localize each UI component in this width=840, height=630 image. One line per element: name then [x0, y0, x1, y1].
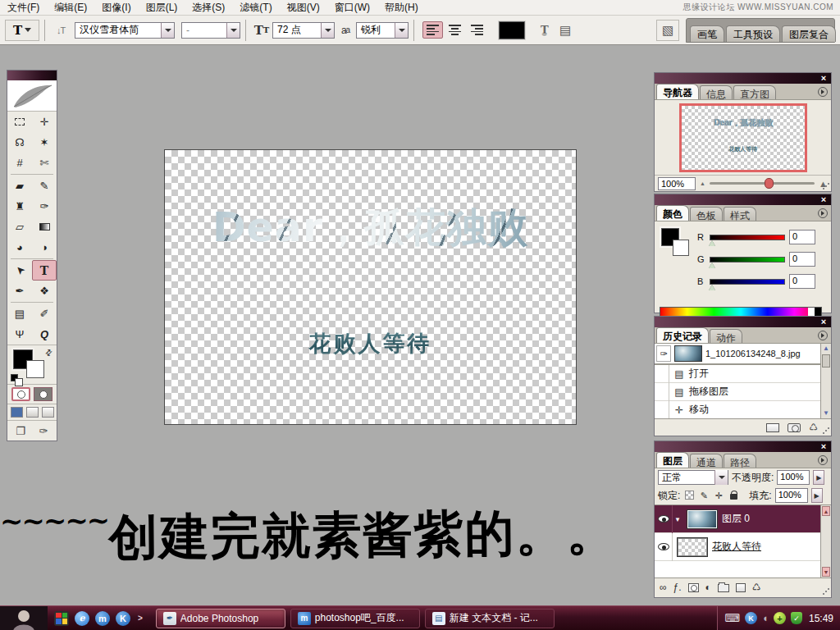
- visibility-cell[interactable]: [655, 505, 673, 533]
- crop-tool[interactable]: #: [7, 153, 32, 173]
- menu-layer[interactable]: 图层(L): [139, 0, 185, 16]
- internet-explorer-icon[interactable]: e: [75, 611, 89, 626]
- blend-mode-select[interactable]: 正常: [658, 470, 728, 485]
- anti-alias-select[interactable]: 锐利: [356, 22, 409, 39]
- color-titlebar[interactable]: ×: [655, 194, 831, 205]
- navigator-proxy-view[interactable]: Dear，孤花独败 花败人等待: [679, 103, 807, 172]
- standard-mode-button[interactable]: [11, 387, 30, 401]
- layer-style-icon[interactable]: ƒ.: [673, 582, 682, 593]
- font-style-dropdown-button[interactable]: [226, 23, 240, 38]
- brush-tool[interactable]: ✎: [32, 176, 57, 196]
- eraser-tool[interactable]: ▱: [7, 217, 32, 237]
- quick-launch-overflow-icon[interactable]: >: [136, 614, 144, 623]
- history-brush-source-icon[interactable]: ✑: [656, 345, 671, 362]
- tray-k-icon[interactable]: K: [745, 612, 757, 624]
- tab-actions[interactable]: 动作: [710, 329, 742, 343]
- blue-value-field[interactable]: 0: [789, 274, 815, 289]
- green-slider[interactable]: [710, 257, 785, 262]
- tab-histogram[interactable]: 直方图: [733, 85, 776, 99]
- magic-wand-tool[interactable]: ✶: [32, 132, 57, 153]
- resize-grip[interactable]: [822, 587, 830, 596]
- keyboard-layout-icon[interactable]: ⌨: [724, 613, 740, 623]
- standard-screen-mode-button[interactable]: [11, 407, 23, 418]
- panel-menu-icon[interactable]: [818, 208, 828, 218]
- layers-titlebar[interactable]: ×: [655, 441, 831, 452]
- history-step-drag-layer[interactable]: ▤ 拖移图层: [655, 383, 831, 401]
- trash-icon[interactable]: ♺: [809, 422, 818, 433]
- close-icon[interactable]: ×: [818, 194, 829, 204]
- security-shield-icon[interactable]: ✓: [791, 612, 802, 624]
- fullscreen-menubar-mode-button[interactable]: [26, 407, 39, 418]
- start-button-avatar[interactable]: [0, 606, 48, 630]
- tab-styles[interactable]: 样式: [724, 207, 756, 221]
- tab-tool-presets[interactable]: 工具预设: [726, 25, 780, 42]
- tab-swatches[interactable]: 色板: [690, 207, 723, 221]
- resize-grip[interactable]: [822, 182, 830, 190]
- red-value-field[interactable]: 0: [789, 230, 815, 244]
- slice-tool[interactable]: ✄: [32, 153, 57, 173]
- type-tool-preset-button[interactable]: T: [5, 20, 39, 41]
- fill-field[interactable]: 100%: [775, 488, 808, 503]
- lock-transparency-icon[interactable]: [683, 491, 695, 501]
- history-source-checkbox[interactable]: [655, 401, 669, 419]
- text-color-swatch[interactable]: [499, 21, 525, 39]
- new-group-icon[interactable]: [718, 584, 729, 592]
- zoom-slider-knob[interactable]: [765, 178, 774, 189]
- layer-row-text[interactable]: 花败人等待: [655, 533, 831, 561]
- scroll-up-icon[interactable]: ▲: [822, 506, 830, 516]
- imageready-pen-icon[interactable]: ✑: [34, 423, 53, 438]
- panel-menu-icon[interactable]: [818, 87, 828, 97]
- zoom-out-icon[interactable]: ▲: [700, 180, 705, 186]
- pen-tool[interactable]: ✒: [7, 281, 32, 301]
- tab-info[interactable]: 信息: [700, 85, 733, 99]
- toolbox-titlebar[interactable]: [7, 71, 57, 80]
- navigator-titlebar[interactable]: ×: [655, 73, 831, 84]
- menu-image[interactable]: 图像(I): [94, 0, 138, 16]
- history-source-checkbox[interactable]: [655, 365, 669, 383]
- eyedropper-tool[interactable]: ✐: [32, 304, 57, 324]
- trash-icon[interactable]: ♺: [752, 582, 761, 593]
- tab-brushes[interactable]: 画笔: [690, 25, 724, 42]
- scroll-down-icon[interactable]: ▼: [822, 409, 830, 418]
- history-step-move[interactable]: ✛ 移动: [655, 401, 831, 419]
- fill-slider-button[interactable]: ▶: [811, 488, 823, 503]
- green-slider-thumb[interactable]: [709, 262, 715, 268]
- blue-slider-thumb[interactable]: [709, 285, 715, 290]
- tab-navigator[interactable]: 导航器: [656, 84, 699, 99]
- menu-filter[interactable]: 滤镜(T): [232, 0, 279, 16]
- history-source-checkbox[interactable]: [655, 383, 669, 401]
- red-slider[interactable]: [710, 235, 785, 240]
- tab-paths[interactable]: 路径: [724, 454, 756, 468]
- tab-layer-comps[interactable]: 图层复合: [782, 25, 836, 42]
- tab-channels[interactable]: 通道: [690, 454, 723, 468]
- swap-colors-icon[interactable]: ⇄: [43, 347, 54, 358]
- new-snapshot-icon[interactable]: [788, 423, 801, 432]
- volume-icon[interactable]: ◖: [762, 613, 769, 623]
- anti-alias-dropdown-button[interactable]: [395, 23, 408, 38]
- menu-help[interactable]: 帮助(H): [377, 0, 426, 16]
- task-browser[interactable]: m photoshop吧_百度...: [290, 609, 420, 628]
- panel-menu-icon[interactable]: [818, 455, 828, 465]
- custom-shape-tool[interactable]: ❖: [32, 281, 57, 301]
- history-step-open[interactable]: ▤ 打开: [655, 365, 831, 383]
- task-photoshop[interactable]: ✒ Adobe Photoshop: [156, 609, 285, 628]
- toggle-palettes-button[interactable]: [555, 21, 576, 40]
- eye-icon[interactable]: [658, 543, 669, 550]
- lock-paint-icon[interactable]: ✎: [698, 491, 710, 501]
- history-titlebar[interactable]: ×: [655, 317, 831, 327]
- panel-menu-icon[interactable]: [818, 331, 828, 340]
- menu-select[interactable]: 选择(S): [185, 0, 232, 16]
- task-notepad[interactable]: ▤ 新建 文本文档 - 记...: [425, 609, 555, 628]
- align-right-button[interactable]: [467, 21, 487, 39]
- tab-history[interactable]: 历史记录: [656, 327, 709, 343]
- font-family-select[interactable]: 汉仪雪君体简: [75, 22, 175, 39]
- font-family-dropdown-button[interactable]: [161, 23, 174, 38]
- menu-file[interactable]: 文件(F): [0, 0, 47, 16]
- dodge-tool[interactable]: ◑: [32, 237, 57, 258]
- healing-brush-tool[interactable]: ▰: [7, 176, 32, 196]
- opacity-field[interactable]: 100%: [777, 470, 810, 485]
- file-browser-button[interactable]: [656, 20, 679, 41]
- align-left-button[interactable]: [422, 21, 443, 39]
- lock-all-icon[interactable]: [728, 491, 739, 501]
- rectangular-marquee-tool[interactable]: [7, 112, 32, 132]
